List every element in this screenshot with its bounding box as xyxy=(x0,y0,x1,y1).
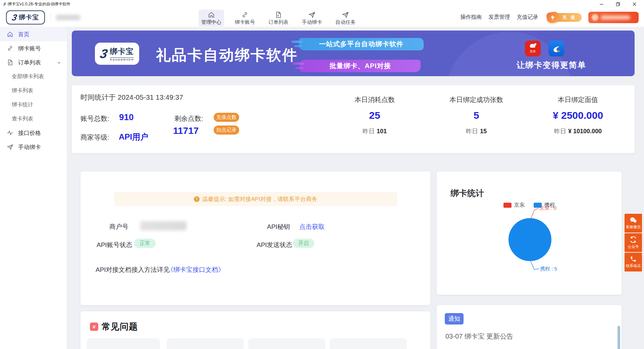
recharge-button[interactable]: 充 值 xyxy=(547,12,582,23)
api-account-status-label: API账号状态 xyxy=(97,241,132,249)
chart-legend: 京东 携程 xyxy=(437,202,622,209)
api-send-status-label: API发送状态 xyxy=(257,241,292,249)
faq-item[interactable] xyxy=(87,338,160,349)
contact-phone-button[interactable]: 联系电话 xyxy=(625,253,642,271)
banner-logo-name: 绑卡宝 xyxy=(110,46,134,57)
account-button-blurred[interactable] xyxy=(588,12,639,23)
titlebar: 3 绑卡宝v1.0.26-专业的自动绑卡软件 xyxy=(0,0,644,8)
sidebar-item-bind-stats[interactable]: 绑卡统计 xyxy=(0,98,67,112)
sidebar-item-label: 绑卡列表 xyxy=(12,87,33,94)
api-send-status-badge: 开启 xyxy=(293,239,314,248)
banner-title: 礼品卡自动绑卡软件 xyxy=(156,45,298,65)
restore-button[interactable] xyxy=(616,2,620,6)
points-label: 剩余点数: xyxy=(174,114,203,123)
minimize-button[interactable] xyxy=(599,2,604,6)
recharge-points-button[interactable]: 充值点数 xyxy=(214,113,239,122)
api-key-get-link[interactable]: 点击获取 xyxy=(299,222,325,231)
nav-item-dashboard[interactable]: 管理中心 xyxy=(199,10,224,27)
sidebar-item-label: 绑卡账号 xyxy=(18,45,41,52)
faq-card: # 常见问题 xyxy=(80,311,430,349)
ctrip-app-icon xyxy=(548,41,564,56)
merchant-level-label: 商家等级: xyxy=(80,133,109,142)
divider xyxy=(50,13,51,22)
activity-icon xyxy=(7,130,13,136)
dolphin-icon xyxy=(551,43,562,54)
nav-item-manual-bind[interactable]: 手动绑卡 xyxy=(299,10,325,27)
link-icon xyxy=(7,45,13,52)
stat-prev-value: ¥ 10100.000 xyxy=(568,128,602,135)
nav-item-card-accounts[interactable]: 绑卡账号 xyxy=(232,10,258,27)
legend-label: 京东 xyxy=(514,202,525,209)
sidebar-item-orders[interactable]: 订单列表 xyxy=(0,55,67,69)
faq-title: 常见问题 xyxy=(102,321,138,333)
official-account-button[interactable]: 公众号 xyxy=(625,233,642,252)
stats-card: 时间统计于 2024-05-31 13:49:37 账号总数: 910 商家等级… xyxy=(72,85,635,153)
sidebar-item-label: 全部绑卡列表 xyxy=(12,73,44,80)
document-icon xyxy=(7,59,13,66)
jd-label: 京东 xyxy=(530,49,536,54)
banner-badge-2: 批量绑卡、API对接 xyxy=(300,60,421,72)
close-button[interactable] xyxy=(632,2,637,6)
notice-item[interactable]: 03-07 绑卡宝 更新公告 xyxy=(445,332,513,341)
api-doc-link[interactable]: 《绑卡宝接口文档》 xyxy=(167,265,224,274)
deduction-log-button[interactable]: 扣点记录 xyxy=(214,126,239,135)
sidebar-item-api-price[interactable]: 接口价格 xyxy=(0,126,67,140)
invoice-link[interactable]: 发票管理 xyxy=(488,14,510,21)
nav-item-orders[interactable]: 订单列表 xyxy=(266,10,291,27)
brand-logo-icon: 3 xyxy=(11,13,18,22)
api-account-status-badge: 正常 xyxy=(134,239,156,248)
brand-logo: 3 绑卡宝 xyxy=(6,10,45,24)
points-value: 11717 xyxy=(173,126,199,136)
sidebar-item-card-query-list[interactable]: 查卡列表 xyxy=(0,112,67,126)
phone-icon xyxy=(630,256,637,262)
wechat-icon xyxy=(630,217,637,223)
sidebar-item-label: 手动绑卡 xyxy=(18,143,41,151)
nav-item-label: 手动绑卡 xyxy=(302,19,322,26)
stat-value: 5 xyxy=(426,110,527,121)
sidebar-item-all-bind-list[interactable]: 全部绑卡列表 xyxy=(0,69,67,84)
sidebar-item-home[interactable]: 首页 xyxy=(0,27,67,41)
stat-prev-value: 15 xyxy=(480,128,487,135)
window-title: 绑卡宝v1.0.26-专业的自动绑卡软件 xyxy=(8,1,70,7)
guide-link[interactable]: 操作指南 xyxy=(460,14,482,21)
app-logo-icon: 3 xyxy=(3,2,6,6)
nav-item-label: 自动任务 xyxy=(335,19,356,26)
notice-scrollbar[interactable] xyxy=(618,326,620,349)
recharge-history-link[interactable]: 充值记录 xyxy=(517,14,538,21)
sidebar-item-bind-list[interactable]: 绑卡列表 xyxy=(0,84,67,98)
blurred-account-text xyxy=(601,15,630,19)
brand-logo-icon: 3 xyxy=(99,47,109,60)
faq-item[interactable] xyxy=(248,338,325,349)
nav-item-label: 绑卡账号 xyxy=(235,19,255,26)
stat-value: ¥ 2500.000 xyxy=(528,110,628,121)
legend-item-jd[interactable]: 京东 xyxy=(503,202,525,209)
home-icon xyxy=(7,31,13,38)
faq-item[interactable] xyxy=(330,338,407,349)
chart-title: 绑卡统计 xyxy=(450,188,484,199)
sidebar-item-label: 订单列表 xyxy=(18,59,41,66)
sidebar-item-label: 接口价格 xyxy=(18,129,41,137)
pie-label-ctrip: 携程 : 5 xyxy=(540,266,557,272)
stat-column-points-used: 本日消耗点数 25 昨日101 xyxy=(324,85,425,153)
pie-chart xyxy=(508,218,551,261)
wechat-support-button[interactable]: 客服微信 xyxy=(625,214,642,233)
account-total-label: 账号总数: xyxy=(80,114,109,123)
stat-prev-label: 昨日 xyxy=(466,128,478,135)
stat-value: 25 xyxy=(324,110,425,121)
sidebar-item-manual-bind[interactable]: 手动绑卡 xyxy=(0,140,67,154)
float-button-label: 客服微信 xyxy=(626,225,641,230)
account-total-value: 910 xyxy=(119,112,133,122)
sidebar-item-card-accounts[interactable]: 绑卡账号 xyxy=(0,41,67,55)
header-right: 操作指南 发票管理 充值记录 充 值 xyxy=(460,12,639,23)
banner-logo-tagline: 专业的自动绑卡软件 xyxy=(110,57,134,61)
stat-column-face-value: 本日绑定面值 ¥ 2500.000 昨日¥ 10100.000 xyxy=(528,85,628,153)
nav-item-label: 订单列表 xyxy=(268,19,288,26)
stat-column-success-count: 本日绑定成功张数 5 昨日15 xyxy=(426,85,527,153)
faq-item[interactable] xyxy=(167,338,244,349)
sidebar-item-label: 查卡列表 xyxy=(12,115,33,122)
warning-icon: ! xyxy=(194,196,200,202)
banner-slogan: 让绑卡变得更简单 xyxy=(517,60,586,70)
nav-item-auto-tasks[interactable]: 自动任务 xyxy=(333,10,358,27)
blurred-username xyxy=(56,15,80,20)
brand: 3 绑卡宝 xyxy=(6,10,80,24)
